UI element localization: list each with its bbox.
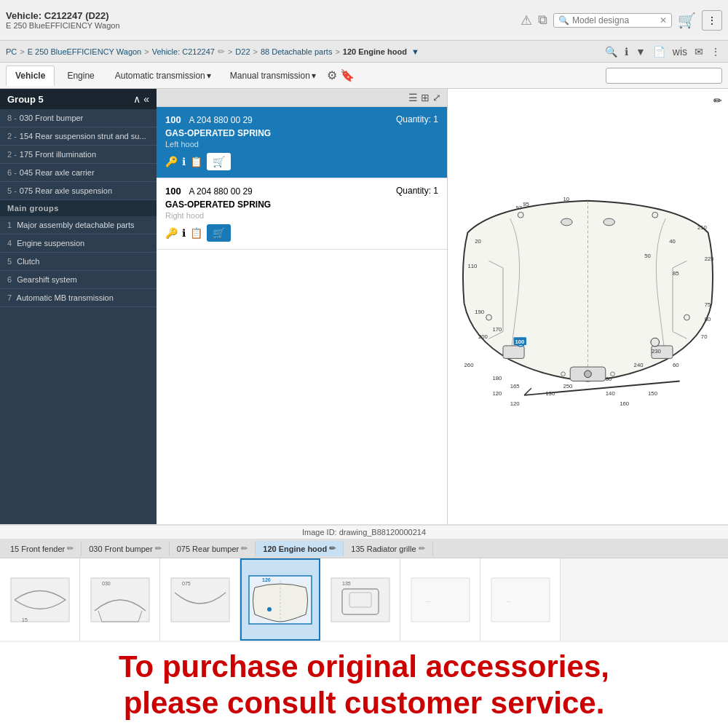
thumb-tab-edit-4[interactable]: ✏ bbox=[329, 544, 336, 553]
add-to-cart-2[interactable]: 🛒 bbox=[207, 224, 231, 242]
tab-manual-transmission[interactable]: Manual transmission ▾ bbox=[222, 66, 324, 86]
more-options-button[interactable]: ⋮ bbox=[709, 44, 722, 59]
expand-btn[interactable]: ⤢ bbox=[432, 92, 441, 103]
sidebar-minimize-btn[interactable]: « bbox=[143, 93, 149, 105]
info-icon-1[interactable]: ℹ bbox=[182, 156, 186, 167]
svg-text:190: 190 bbox=[475, 309, 484, 315]
sidebar-item-175[interactable]: 2 -175 Front illumination bbox=[0, 146, 157, 164]
tab-engine[interactable]: Engine bbox=[58, 66, 103, 86]
diagram-panel: ✏ bbox=[448, 89, 728, 524]
svg-text:75: 75 bbox=[705, 301, 711, 308]
part-card-2[interactable]: 100 A 204 880 00 29 Quantity: 1 GAS-OPER… bbox=[157, 178, 447, 250]
sidebar-item-045[interactable]: 6 -045 Rear axle carrier bbox=[0, 164, 157, 182]
copy-icon: ⧉ bbox=[538, 12, 547, 28]
thumb-5[interactable]: 135 bbox=[320, 558, 400, 641]
thumbnail-row: 15 030 075 120 bbox=[0, 558, 728, 641]
tab-vehicle[interactable]: Vehicle bbox=[6, 66, 55, 86]
clear-search-icon[interactable]: ✕ bbox=[660, 15, 667, 25]
sidebar-item-075[interactable]: 5 -075 Rear axle suspension bbox=[0, 182, 157, 200]
part-qty-1: Quantity: 1 bbox=[396, 114, 438, 124]
ad-text: To purchase original accessories, please… bbox=[119, 649, 609, 722]
add-to-cart-1[interactable]: 🛒 bbox=[207, 153, 231, 170]
breadcrumb-vehicle-id[interactable]: Vehicle: C212247 bbox=[152, 47, 215, 56]
svg-text:150: 150 bbox=[648, 389, 657, 396]
filter-button[interactable]: ▼ bbox=[634, 44, 647, 59]
info-icon-2[interactable]: ℹ bbox=[182, 227, 186, 239]
thumb-4[interactable]: 120 bbox=[240, 558, 320, 641]
thumb-tab-edit-1[interactable]: ✏ bbox=[67, 544, 74, 553]
doc-icon-2[interactable]: 📋 bbox=[190, 227, 202, 239]
model-search-box[interactable]: 🔍 ✕ bbox=[553, 13, 672, 28]
nav-search-area bbox=[606, 68, 722, 84]
key-icon-2[interactable]: 🔑 bbox=[165, 227, 178, 239]
sidebar-main-6[interactable]: 6 Gearshift system bbox=[0, 271, 157, 289]
breadcrumb-dropdown-icon[interactable]: ▼ bbox=[411, 47, 419, 56]
sidebar-main-7[interactable]: 7 Automatic MB transmission bbox=[0, 289, 157, 307]
svg-rect-53 bbox=[171, 578, 229, 622]
thumb-6[interactable]: ... bbox=[400, 558, 480, 641]
sidebar-main-4[interactable]: 4 Engine suspension bbox=[0, 234, 157, 253]
dropdown-arrow2: ▾ bbox=[312, 71, 316, 81]
key-icon-1[interactable]: 🔑 bbox=[165, 156, 178, 167]
thumb-tab-15[interactable]: 15 Front fender ✏ bbox=[3, 541, 82, 556]
svg-text:20: 20 bbox=[475, 238, 481, 245]
top-bar: Vehicle: C212247 (D22) E 250 BlueEFFICIE… bbox=[0, 0, 728, 41]
svg-text:80: 80 bbox=[705, 315, 711, 322]
thumb-1[interactable]: 15 bbox=[0, 558, 80, 641]
thumb-3[interactable]: 075 bbox=[160, 558, 240, 641]
svg-point-1 bbox=[561, 218, 573, 226]
grid-view-btn[interactable]: ⊞ bbox=[421, 92, 430, 103]
svg-point-13 bbox=[561, 371, 566, 376]
svg-text:40: 40 bbox=[669, 238, 676, 245]
zoom-button[interactable]: 🔍 bbox=[604, 44, 619, 59]
part-card-1[interactable]: 100 A 204 880 00 29 Quantity: 1 GAS-OPER… bbox=[157, 107, 447, 178]
settings-icon[interactable]: ⚙ bbox=[327, 68, 337, 82]
email-button[interactable]: ✉ bbox=[693, 44, 705, 59]
svg-text:100: 100 bbox=[515, 338, 524, 344]
breadcrumb-edit-icon[interactable]: ✏ bbox=[218, 47, 225, 57]
sidebar-collapse-btn[interactable]: ∧ bbox=[133, 93, 141, 105]
search-icon: 🔍 bbox=[558, 15, 569, 25]
warning-icon: ⚠ bbox=[521, 12, 532, 28]
svg-rect-65 bbox=[491, 578, 550, 622]
bottom-ad: To purchase original accessories, please… bbox=[0, 641, 728, 728]
bookmark-icon[interactable]: 🔖 bbox=[340, 68, 355, 82]
breadcrumb-detachable[interactable]: 88 Detachable parts bbox=[261, 47, 332, 56]
svg-text:85: 85 bbox=[673, 269, 679, 276]
thumb-tab-edit-5[interactable]: ✏ bbox=[419, 544, 425, 553]
print-button[interactable]: 📄 bbox=[652, 44, 667, 59]
sidebar-main-5[interactable]: 5 Clutch bbox=[0, 253, 157, 271]
svg-text:...: ... bbox=[506, 597, 511, 604]
list-view-btn[interactable]: ☰ bbox=[408, 92, 418, 103]
breadcrumb-pc[interactable]: PC bbox=[6, 47, 17, 56]
svg-point-2 bbox=[604, 218, 615, 226]
sidebar-main-1[interactable]: 1 Major assembly detachable parts bbox=[0, 216, 157, 234]
sidebar-section-main-groups: Main groups bbox=[0, 200, 157, 216]
thumb-tab-edit-2[interactable]: ✏ bbox=[155, 544, 162, 553]
thumb-tab-120[interactable]: 120 Engine hood ✏ bbox=[256, 541, 344, 556]
thumb-tab-edit-3[interactable]: ✏ bbox=[241, 544, 248, 553]
model-search-input[interactable] bbox=[572, 15, 660, 25]
svg-text:135: 135 bbox=[342, 581, 351, 586]
svg-point-8 bbox=[585, 370, 592, 377]
cart-button[interactable]: 🛒 bbox=[678, 12, 696, 29]
tab-automatic-transmission[interactable]: Automatic transmission ▾ bbox=[107, 66, 219, 86]
wis-button[interactable]: wis bbox=[671, 44, 689, 59]
more-button[interactable]: ⋮ bbox=[702, 10, 722, 31]
svg-text:50: 50 bbox=[644, 252, 651, 258]
thumb-tab-030[interactable]: 030 Front bumper ✏ bbox=[82, 541, 169, 556]
thumb-7[interactable]: ... bbox=[480, 558, 561, 641]
diagram-edit-button[interactable]: ✏ bbox=[713, 95, 722, 106]
nav-search-input[interactable] bbox=[606, 68, 722, 84]
breadcrumb-vehicle-name[interactable]: E 250 BlueEFFICIENCY Wagon bbox=[28, 47, 142, 56]
part-name-2: GAS-OPERATED SPRING bbox=[165, 199, 438, 210]
thumb-2[interactable]: 030 bbox=[80, 558, 160, 641]
sidebar-item-154[interactable]: 2 -154 Rear suspension strut and su... bbox=[0, 127, 157, 146]
thumb-tab-075[interactable]: 075 Rear bumper ✏ bbox=[170, 541, 256, 556]
svg-rect-3 bbox=[503, 345, 524, 357]
thumb-tab-135[interactable]: 135 Radiator grille ✏ bbox=[344, 541, 432, 556]
info-button[interactable]: ℹ bbox=[623, 44, 630, 59]
sidebar-item-030[interactable]: 8 -030 Front bumper bbox=[0, 109, 157, 127]
breadcrumb-d22[interactable]: D22 bbox=[235, 47, 250, 56]
doc-icon-1[interactable]: 📋 bbox=[190, 156, 202, 167]
